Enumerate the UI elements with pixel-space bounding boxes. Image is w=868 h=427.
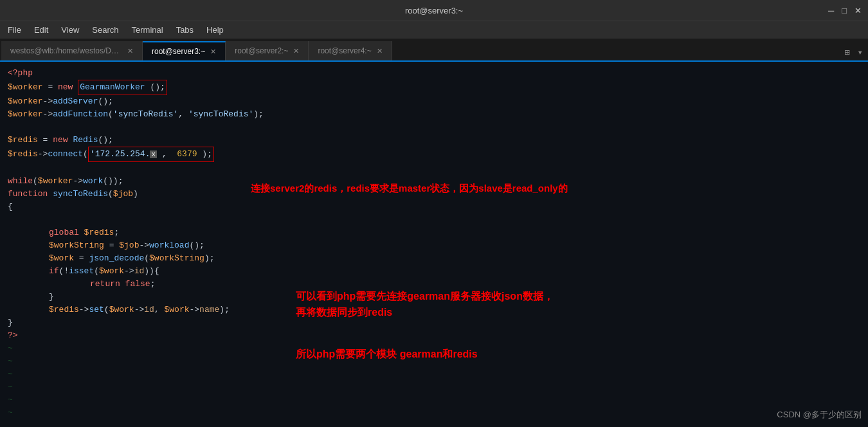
code-line-20: }: [0, 316, 868, 329]
code-text: ->: [43, 108, 53, 121]
code-text: <?php: [8, 67, 33, 80]
annotation-4: 所以php需要两个模块 gearman和redis: [296, 348, 478, 361]
code-text: $workString: [49, 239, 104, 252]
code-text: id: [134, 265, 145, 278]
code-text: ): [133, 188, 138, 201]
code-text: (: [104, 304, 109, 316]
code-text: (: [144, 252, 149, 265]
tab-3-close[interactable]: ✕: [293, 47, 299, 55]
code-text: $worker: [38, 175, 73, 188]
code-text: );: [253, 108, 264, 121]
code-text: (: [108, 108, 113, 121]
code-line-17: return false ;: [0, 278, 868, 291]
code-text: 'syncToRedis': [188, 108, 253, 121]
minimize-button[interactable]: ─: [828, 6, 834, 15]
code-text: global: [49, 226, 84, 239]
tilde-4: ~: [0, 381, 868, 394]
code-text: ->: [139, 239, 149, 252]
tab-2-label: root@server3:~: [152, 47, 205, 56]
terminal-area: <?php $worker = new GearmanWorker (); $w…: [0, 62, 868, 427]
tilde-3: ~: [0, 368, 868, 381]
code-text: $work: [109, 304, 134, 316]
code-text: ());: [103, 175, 123, 188]
code-text: function: [8, 188, 53, 201]
code-text: ->: [38, 148, 48, 161]
tab-4-label: root@server4:~: [318, 46, 371, 55]
menu-file[interactable]: File: [3, 24, 26, 36]
code-line-21: ?>: [0, 329, 868, 342]
code-highlight-ip: '172.25.254.: [90, 149, 150, 159]
code-text: new: [58, 81, 78, 94]
annotation-2: 可以看到php需要先连接gearman服务器接收json数据，: [296, 290, 554, 304]
tab-4[interactable]: root@server4:~ ✕: [309, 41, 392, 60]
menu-terminal[interactable]: Terminal: [127, 24, 168, 36]
menu-view[interactable]: View: [56, 24, 84, 36]
code-line-14: $workString = $job -> workload ();: [0, 239, 868, 252]
tab-bar: westos@wlb:/home/westos/Downlo... ✕ root…: [0, 39, 868, 62]
code-text: ,: [162, 149, 172, 159]
code-text: isset: [69, 265, 94, 278]
code-text: $job: [119, 239, 139, 252]
code-text: $redis: [8, 134, 38, 147]
code-text: );: [219, 304, 230, 316]
code-line-blank1: [0, 121, 868, 134]
code-text: Redis: [73, 134, 98, 147]
tab-4-close[interactable]: ✕: [377, 47, 383, 55]
code-text: );: [204, 252, 215, 265]
menu-tabs[interactable]: Tabs: [171, 24, 199, 36]
code-text: ();: [189, 239, 204, 252]
code-text: (: [33, 175, 38, 188]
menu-edit[interactable]: Edit: [29, 24, 53, 36]
tab-dropdown-button[interactable]: ▾: [855, 47, 865, 58]
code-text: ();: [98, 95, 113, 108]
tab-2[interactable]: root@server3:~ ✕: [143, 41, 226, 60]
code-text: )){: [144, 265, 159, 278]
code-text: ;: [150, 278, 156, 291]
tilde-5: ~: [0, 394, 868, 406]
code-line-blank2: [0, 162, 868, 175]
tab-2-close[interactable]: ✕: [210, 48, 216, 56]
code-text: =: [104, 239, 119, 252]
code-line-blank3: [0, 214, 868, 226]
code-line-4: $worker -> addFunction ( 'syncToRedis' ,…: [0, 108, 868, 121]
code-text: );: [202, 149, 212, 159]
code-text: $work: [99, 265, 124, 278]
tab-1-close[interactable]: ✕: [127, 47, 133, 55]
code-text: $workString: [149, 252, 204, 265]
close-button[interactable]: ✕: [854, 6, 862, 15]
code-text: ,: [178, 108, 188, 121]
tab-1[interactable]: westos@wlb:/home/westos/Downlo... ✕: [1, 41, 143, 60]
code-text: $redis: [8, 148, 38, 161]
code-text: =: [38, 134, 53, 147]
code-text: }: [49, 291, 54, 304]
code-text: (: [108, 188, 113, 201]
menu-search[interactable]: Search: [87, 24, 123, 36]
code-text: set: [89, 304, 104, 316]
code-text: return: [90, 278, 125, 291]
maximize-button[interactable]: □: [842, 6, 847, 15]
code-text: addServer: [53, 95, 98, 108]
annotation-1: 连接server2的redis，redis要求是master状态，因为slave…: [251, 183, 568, 195]
tab-bar-actions[interactable]: ⊞ ▾: [842, 47, 865, 58]
window-controls[interactable]: ─ □ ✕: [828, 6, 862, 15]
tab-3[interactable]: root@server2:~ ✕: [226, 41, 309, 60]
code-text: addFunction: [53, 108, 108, 121]
code-line-13: global $redis ;: [0, 226, 868, 239]
code-text: (!: [59, 265, 69, 278]
code-text: new: [53, 134, 73, 147]
code-text: false: [125, 278, 150, 291]
new-tab-button[interactable]: ⊞: [842, 47, 852, 58]
code-text: workload: [149, 239, 189, 252]
code-text: ();: [98, 134, 113, 147]
code-line-19: $redis -> set ( $work -> id , $work -> n…: [0, 304, 868, 316]
code-highlight-gearman: GearmanWorker: [80, 82, 145, 92]
code-text: ;: [114, 226, 119, 239]
code-text: $worker: [8, 81, 43, 94]
code-text: ->: [190, 304, 200, 316]
code-text: $redis: [84, 226, 114, 239]
title-bar: root@server3:~ ─ □ ✕: [0, 0, 868, 21]
code-text: connect: [48, 148, 83, 161]
menu-help[interactable]: Help: [201, 24, 229, 36]
code-text: ->: [73, 175, 83, 188]
code-text: ?>: [8, 329, 18, 342]
